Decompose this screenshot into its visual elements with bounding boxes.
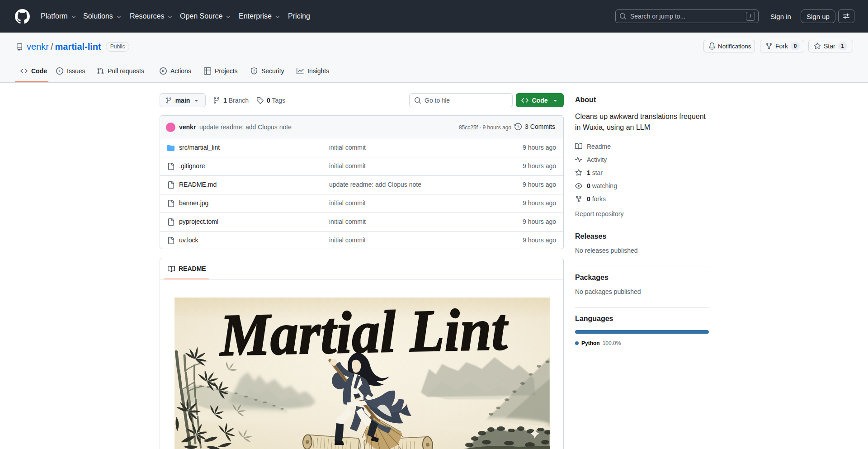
svg-text:Martial Lint: Martial Lint <box>218 298 509 368</box>
